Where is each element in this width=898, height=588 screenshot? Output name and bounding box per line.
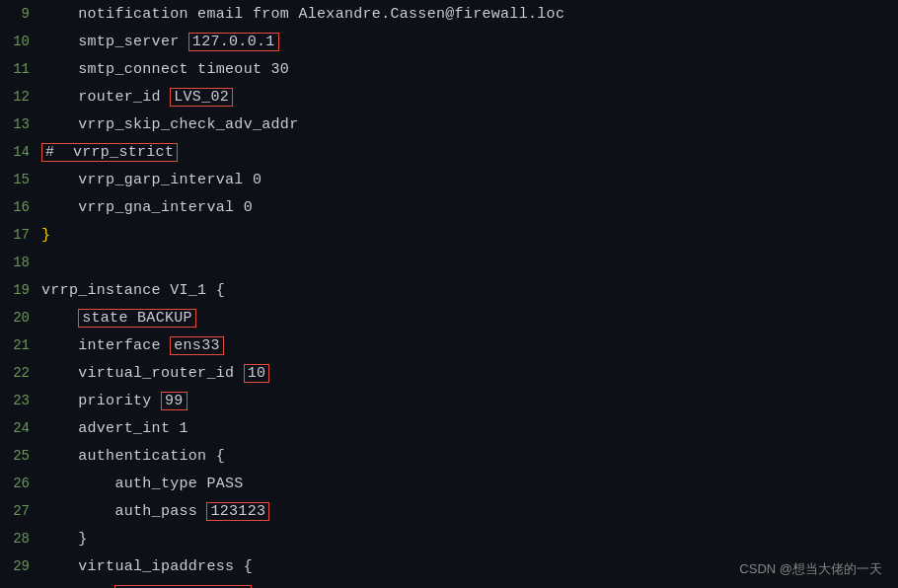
- line-number: 26: [0, 476, 41, 491]
- line-content: vrrp_skip_check_adv_addr: [41, 116, 298, 133]
- line-number: 16: [0, 199, 41, 215]
- line-number: 19: [0, 282, 41, 298]
- line-number: 12: [0, 89, 41, 105]
- line-number: 13: [0, 116, 41, 132]
- code-text: vrrp_instance VI_1 {: [41, 282, 225, 299]
- table-row: 11 smtp_connect timeout 30: [0, 55, 898, 83]
- table-row: 25 authentication {: [0, 442, 898, 470]
- table-row: 21 interface ens33: [0, 331, 898, 359]
- line-number: 18: [0, 255, 41, 270]
- line-content: router_id LVS_02: [41, 89, 233, 106]
- code-text: router_id: [41, 89, 170, 106]
- highlighted-value: # vrrp_strict: [41, 143, 178, 162]
- code-text: virtual_router_id: [41, 365, 244, 382]
- line-number: 17: [0, 227, 41, 243]
- table-row: 27 auth_pass 123123: [0, 497, 898, 525]
- table-row: 18: [0, 249, 898, 276]
- line-content: advert_int 1: [41, 420, 188, 437]
- line-number: 28: [0, 531, 41, 547]
- highlighted-value: 127.0.0.1: [188, 33, 279, 51]
- table-row: 9 notification email from Alexandre.Cass…: [0, 0, 898, 28]
- table-row: 22 virtual_router_id 10: [0, 359, 898, 387]
- table-row: 23 priority 99: [0, 387, 898, 414]
- highlighted-value: ens33: [170, 336, 224, 355]
- code-text: virtual_ipaddress {: [41, 558, 253, 575]
- table-row: 15 vrrp_garp_interval 0: [0, 166, 898, 193]
- watermark: CSDN @想当大佬的一天: [739, 560, 882, 578]
- line-number: 21: [0, 337, 41, 353]
- code-text: }: [41, 531, 88, 548]
- code-text: vrrp_skip_check_adv_addr: [41, 116, 298, 133]
- table-row: 17}: [0, 221, 898, 249]
- line-number: 15: [0, 172, 41, 187]
- line-number: 11: [0, 61, 41, 77]
- highlighted-value: LVS_02: [170, 88, 233, 107]
- line-number: 23: [0, 393, 41, 408]
- code-text: authentication {: [41, 448, 225, 465]
- line-content: auth_type PASS: [41, 476, 244, 492]
- code-text: [41, 310, 78, 327]
- table-row: 28 }: [0, 525, 898, 552]
- table-row: 24 advert_int 1: [0, 414, 898, 442]
- code-text: auth_type PASS: [41, 476, 244, 492]
- table-row: 20 state BACKUP: [0, 304, 898, 331]
- line-content: }: [41, 227, 50, 244]
- line-content: virtual_ipaddress {: [41, 558, 253, 575]
- code-text: advert_int 1: [41, 420, 188, 437]
- highlighted-value: 123123: [206, 502, 269, 521]
- table-row: 10 smtp_server 127.0.0.1: [0, 28, 898, 55]
- line-content: # vrrp_strict: [41, 144, 178, 161]
- line-number: 25: [0, 448, 41, 464]
- table-row: 12 router_id LVS_02: [0, 83, 898, 110]
- code-text: notification email from Alexandre.Cassen…: [41, 6, 564, 23]
- line-content: vrrp_instance VI_1 {: [41, 282, 225, 299]
- line-number: 24: [0, 420, 41, 436]
- line-content: smtp_server 127.0.0.1: [41, 34, 279, 50]
- table-row: 13 vrrp_skip_check_adv_addr: [0, 110, 898, 138]
- highlighted-value: 10: [244, 364, 270, 383]
- line-number: 20: [0, 310, 41, 326]
- code-editor: 9 notification email from Alexandre.Cass…: [0, 0, 898, 588]
- line-content: smtp_connect timeout 30: [41, 61, 289, 78]
- code-text: auth_pass: [41, 503, 206, 520]
- line-content: authentication {: [41, 448, 225, 465]
- line-content: auth_pass 123123: [41, 503, 269, 520]
- line-content: priority 99: [41, 393, 187, 409]
- line-number: 22: [0, 365, 41, 381]
- line-content: vrrp_garp_interval 0: [41, 172, 262, 188]
- code-text: priority: [41, 393, 161, 409]
- line-number: 10: [0, 34, 41, 49]
- code-text: interface: [41, 337, 170, 354]
- code-text: smtp_server: [41, 34, 188, 50]
- table-row: 19vrrp_instance VI_1 {: [0, 276, 898, 304]
- highlighted-value: 99: [161, 392, 187, 410]
- code-text: smtp_connect timeout 30: [41, 61, 289, 78]
- line-number: 9: [0, 6, 41, 22]
- table-row: 14# vrrp_strict: [0, 138, 898, 166]
- line-content: interface ens33: [41, 337, 224, 354]
- table-row: 30 192.168.67.200: [0, 580, 898, 588]
- line-number: 14: [0, 144, 41, 160]
- line-content: virtual_router_id 10: [41, 365, 269, 382]
- line-content: }: [41, 531, 88, 548]
- code-text: }: [41, 227, 50, 244]
- line-content: notification email from Alexandre.Cassen…: [41, 6, 564, 23]
- table-row: 26 auth_type PASS: [0, 470, 898, 497]
- highlighted-value: state BACKUP: [78, 309, 196, 328]
- line-content: state BACKUP: [41, 310, 196, 327]
- code-text: vrrp_garp_interval 0: [41, 172, 262, 188]
- table-row: 16 vrrp_gna_interval 0: [0, 193, 898, 221]
- line-content: vrrp_gna_interval 0: [41, 199, 253, 216]
- code-text: vrrp_gna_interval 0: [41, 199, 253, 216]
- line-number: 29: [0, 558, 41, 574]
- highlighted-value: 192.168.67.200: [114, 585, 251, 589]
- line-number: 27: [0, 503, 41, 519]
